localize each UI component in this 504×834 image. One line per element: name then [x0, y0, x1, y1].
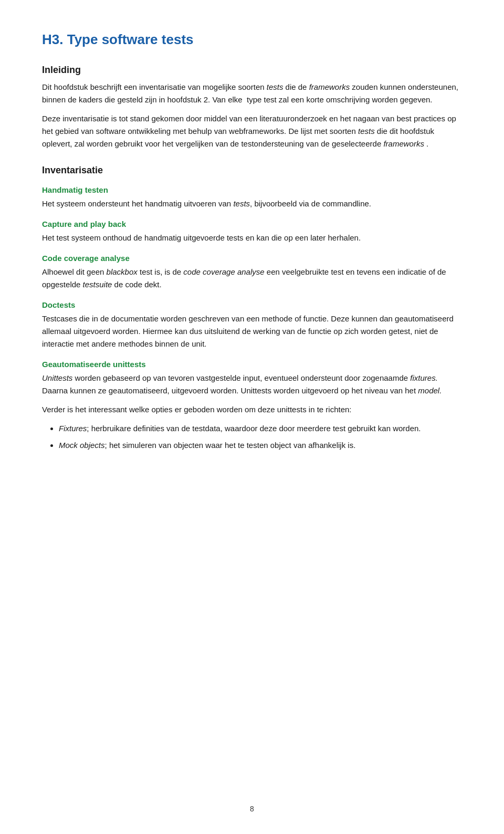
- unittests-list: Fixtures; herbruikare definities van de …: [59, 422, 462, 452]
- geautomatiseerde-unittests-block: Geautomatiseerde unittests Unittests wor…: [42, 360, 462, 452]
- capture-play-back-text: Het test systeem onthoud de handmatig ui…: [42, 232, 462, 244]
- geautomatiseerde-unittests-paragraph1: Unittests worden gebaseerd op van tevore…: [42, 372, 462, 397]
- handmatig-testen-text: Het systeem ondersteunt het handmatig ui…: [42, 197, 462, 210]
- inleiding-section: Inleiding Dit hoofdstuk beschrijft een i…: [42, 65, 462, 150]
- inleiding-paragraph2: Deze inventarisatie is tot stand gekomen…: [42, 112, 462, 150]
- handmatig-testen-block: Handmatig testen Het systeem ondersteunt…: [42, 185, 462, 210]
- list-item-fixtures: Fixtures; herbruikare definities van de …: [59, 422, 462, 435]
- list-item-mock-objects: Mock objects; het simuleren van objecten…: [59, 439, 462, 452]
- inleiding-paragraph1: Dit hoofdstuk beschrijft een inventarisa…: [42, 81, 462, 106]
- capture-play-back-block: Capture and play back Het test systeem o…: [42, 220, 462, 244]
- inleiding-heading: Inleiding: [42, 65, 462, 76]
- code-coverage-block: Code coverage analyse Alhoewel dit geen …: [42, 254, 462, 291]
- inventarisatie-heading: Inventarisatie: [42, 165, 462, 176]
- inventarisatie-section: Inventarisatie Handmatig testen Het syst…: [42, 165, 462, 452]
- capture-play-back-heading: Capture and play back: [42, 220, 462, 228]
- doctests-paragraph1: Testcases die in de documentatie worden …: [42, 312, 462, 350]
- geautomatiseerde-unittests-paragraph2: Verder is het interessant welke opties e…: [42, 403, 462, 416]
- page: H3. Type software tests Inleiding Dit ho…: [0, 0, 504, 834]
- code-coverage-heading: Code coverage analyse: [42, 254, 462, 263]
- code-coverage-text: Alhoewel dit geen blackbox test is, is d…: [42, 266, 462, 291]
- page-number: 8: [250, 805, 254, 813]
- doctests-block: Doctests Testcases die in de documentati…: [42, 300, 462, 350]
- handmatig-testen-heading: Handmatig testen: [42, 185, 462, 194]
- geautomatiseerde-unittests-heading: Geautomatiseerde unittests: [42, 360, 462, 369]
- page-title: H3. Type software tests: [42, 32, 462, 48]
- doctests-heading: Doctests: [42, 300, 462, 309]
